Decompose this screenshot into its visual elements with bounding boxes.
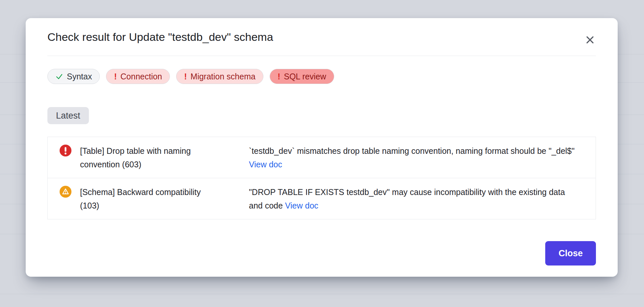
dialog-header: Check result for Update "testdb_dev" sch… (47, 18, 596, 46)
close-button[interactable]: Close (545, 241, 596, 265)
view-doc-link[interactable]: View doc (285, 201, 318, 210)
view-doc-link[interactable]: View doc (249, 160, 282, 169)
exclamation-icon: ! (184, 72, 187, 81)
header-divider (47, 56, 596, 56)
close-icon[interactable] (584, 34, 596, 46)
rule-cell: [Table] Drop table with naming conventio… (48, 137, 249, 178)
tab-label: Connection (121, 72, 162, 81)
exclamation-icon: ! (114, 72, 117, 81)
rule-name: [Table] Drop table with naming conventio… (80, 144, 219, 171)
rule-cell: [Schema] Backward compatibility (103) (48, 178, 249, 219)
version-row: Latest (47, 107, 596, 124)
tab-sql-review[interactable]: ! SQL review (270, 69, 334, 84)
background-grid-line (0, 294, 644, 294)
warning-icon (60, 186, 71, 198)
check-status-tabs: Syntax ! Connection ! Migration schema !… (47, 69, 596, 84)
tab-label: Syntax (67, 72, 92, 81)
check-icon (55, 72, 63, 80)
check-result-table: [Table] Drop table with naming conventio… (47, 137, 596, 219)
error-icon (60, 145, 71, 156)
latest-badge[interactable]: Latest (47, 107, 89, 124)
message-text: `testdb_dev` mismatches drop table namin… (249, 146, 575, 155)
dialog-footer: Close (47, 241, 596, 265)
exclamation-icon: ! (278, 72, 280, 81)
tab-syntax[interactable]: Syntax (47, 69, 100, 84)
tab-label: SQL review (284, 72, 326, 81)
rule-name: [Schema] Backward compatibility (103) (80, 185, 219, 212)
dialog-title: Check result for Update "testdb_dev" sch… (47, 29, 273, 44)
message-cell: `testdb_dev` mismatches drop table namin… (249, 137, 596, 178)
tab-migration-schema[interactable]: ! Migration schema (176, 69, 263, 84)
table-row: [Schema] Backward compatibility (103) "D… (48, 178, 596, 219)
check-result-dialog: Check result for Update "testdb_dev" sch… (26, 18, 618, 277)
message-cell: "DROP TABLE IF EXISTS testdb_dev" may ca… (249, 178, 596, 219)
table-row: [Table] Drop table with naming conventio… (48, 137, 596, 178)
tab-connection[interactable]: ! Connection (106, 69, 170, 84)
tab-label: Migration schema (191, 72, 255, 81)
